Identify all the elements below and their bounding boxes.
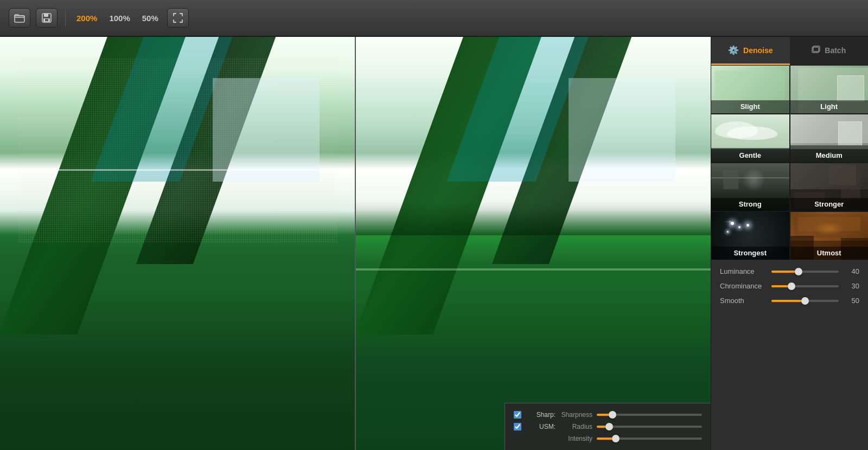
sharp-label: Sharp: [526, 411, 556, 419]
luminance-value: 40 [844, 267, 859, 275]
right-image-panel [356, 37, 711, 450]
svg-rect-0 [15, 16, 24, 22]
luminance-label: Luminance [720, 267, 766, 275]
svg-rect-2 [44, 14, 48, 17]
tab-denoise[interactable]: ⚙️ Denoise [711, 37, 790, 65]
zoom-100-button[interactable]: 100% [106, 11, 133, 25]
right-panel: ⚙️ Denoise Batch Slight [711, 37, 868, 450]
usm-control-row: USM: Radius [514, 423, 702, 430]
intensity-thumb[interactable] [612, 435, 620, 442]
preset-stronger[interactable]: Stronger [790, 163, 869, 211]
chrominance-thumb[interactable] [788, 282, 795, 290]
smooth-thumb[interactable] [801, 297, 809, 305]
left-image-panel [0, 37, 356, 450]
smooth-slider[interactable] [771, 300, 839, 302]
chrominance-row: Chrominance 30 [720, 282, 859, 290]
right-tabs: ⚙️ Denoise Batch [711, 37, 868, 66]
tab-batch[interactable]: Batch [790, 37, 869, 65]
usm-checkbox[interactable] [514, 423, 521, 430]
zoom-200-button[interactable]: 200% [73, 11, 100, 25]
preset-slight[interactable]: Slight [711, 66, 789, 113]
tab-denoise-label: Denoise [743, 46, 773, 55]
tab-batch-label: Batch [825, 46, 846, 55]
sharpness-control-row: Sharp: Sharpness [514, 411, 702, 419]
intensity-control-row: Intensity [514, 435, 702, 442]
save-button[interactable] [36, 8, 58, 28]
main-content: Sharp: Sharpness USM: Radius [0, 37, 868, 450]
preset-light-label: Light [790, 100, 869, 113]
preset-strongest[interactable]: Strongest [711, 212, 789, 260]
preset-medium-label: Medium [790, 149, 869, 162]
luminance-thumb[interactable] [795, 268, 802, 275]
preset-strong-label: Strong [711, 198, 789, 211]
smooth-row: Smooth 50 [720, 297, 859, 305]
preset-stronger-label: Stronger [790, 198, 869, 211]
preset-gentle[interactable]: Gentle [711, 114, 789, 162]
intensity-sublabel: Intensity [560, 435, 592, 442]
smooth-value: 50 [844, 297, 859, 305]
chrominance-value: 30 [844, 282, 859, 290]
chrominance-slider[interactable] [771, 285, 839, 287]
smooth-fill [771, 300, 805, 302]
split-view [0, 37, 711, 450]
preset-medium[interactable]: Medium [790, 114, 869, 162]
sharpness-sublabel: Sharpness [560, 411, 592, 419]
radius-sublabel: Radius [560, 423, 592, 430]
usm-label: USM: [526, 423, 556, 430]
preset-utmost[interactable]: Utmost [790, 212, 869, 260]
sharp-checkbox[interactable] [514, 411, 521, 419]
sharpness-slider[interactable] [597, 414, 702, 416]
preset-strongest-label: Strongest [711, 247, 789, 260]
sliders-section: Luminance 40 Chrominance 30 Smooth [711, 260, 868, 312]
image-area: Sharp: Sharpness USM: Radius [0, 37, 711, 450]
chrominance-label: Chrominance [720, 282, 766, 290]
smooth-label: Smooth [720, 297, 766, 305]
controls-overlay: Sharp: Sharpness USM: Radius [505, 403, 711, 450]
denoise-icon: ⚙️ [728, 45, 739, 55]
luminance-slider[interactable] [771, 271, 839, 273]
batch-icon [812, 46, 820, 55]
preset-gentle-label: Gentle [711, 149, 789, 162]
luminance-row: Luminance 40 [720, 267, 859, 275]
toolbar: 200% 100% 50% [0, 0, 868, 37]
radius-slider[interactable] [597, 426, 702, 428]
left-image [0, 37, 355, 450]
svg-rect-4 [45, 19, 48, 21]
right-image [356, 37, 711, 450]
preset-utmost-label: Utmost [790, 247, 869, 260]
preset-slight-label: Slight [711, 100, 789, 113]
preset-grid: Slight Light Gen [711, 66, 868, 260]
preset-strong[interactable]: Strong [711, 163, 789, 211]
separator [65, 10, 66, 26]
sharpness-thumb[interactable] [609, 411, 616, 419]
preset-light[interactable]: Light [790, 66, 869, 113]
fit-button[interactable] [167, 8, 189, 28]
radius-thumb[interactable] [605, 423, 613, 430]
intensity-slider[interactable] [597, 438, 702, 440]
open-button[interactable] [9, 8, 30, 28]
zoom-50-button[interactable]: 50% [139, 11, 162, 25]
